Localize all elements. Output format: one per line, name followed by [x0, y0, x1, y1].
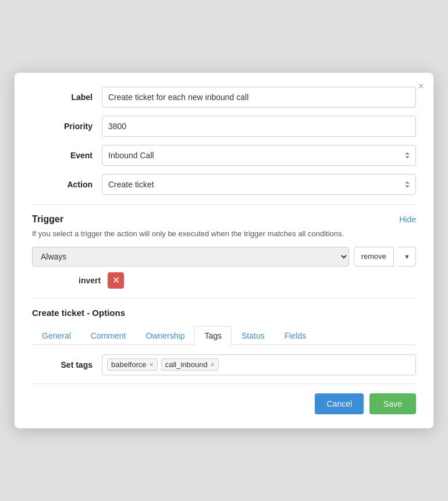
tag-babelforce-value: babelforce [111, 360, 147, 369]
save-button[interactable]: Save [369, 393, 416, 414]
event-field-label: Event [32, 151, 102, 160]
cancel-button[interactable]: Cancel [315, 393, 364, 414]
set-tags-label: Set tags [32, 360, 102, 369]
label-field-label: Label [32, 93, 102, 102]
close-button[interactable]: × [418, 81, 424, 91]
priority-input[interactable] [102, 116, 416, 137]
tabs-row: General Comment Ownership Tags Status Fi… [32, 326, 416, 345]
tab-comment[interactable]: Comment [81, 326, 136, 345]
trigger-header: Trigger Hide [32, 214, 416, 225]
remove-trigger-button[interactable]: remove [354, 247, 394, 267]
options-title: Create ticket - Options [32, 308, 416, 318]
tag-babelforce-remove[interactable]: × [150, 361, 154, 368]
divider-1 [32, 204, 416, 205]
tab-status[interactable]: Status [232, 326, 275, 345]
tags-input-container[interactable]: babelforce × call_inbound × [102, 354, 416, 375]
trigger-title: Trigger [32, 214, 63, 225]
label-input[interactable] [102, 87, 416, 108]
tab-fields[interactable]: Fields [275, 326, 316, 345]
action-field-label: Action [32, 180, 102, 189]
priority-row: Priority [32, 116, 416, 137]
event-row: Event Inbound Call Outbound Call Missed … [32, 145, 416, 166]
trigger-select[interactable]: Always Custom [32, 247, 349, 267]
action-row: Action Create ticket Update ticket Close… [32, 174, 416, 195]
trigger-description: If you select a trigger the action will … [32, 228, 416, 240]
divider-2 [32, 298, 416, 299]
tab-general[interactable]: General [32, 326, 81, 345]
remove-dropdown-button[interactable]: ▼ [399, 247, 416, 267]
modal-dialog: × Label Priority Event Inbound Call Outb… [15, 73, 433, 428]
action-select[interactable]: Create ticket Update ticket Close ticket [102, 174, 416, 195]
tag-babelforce: babelforce × [107, 358, 158, 371]
invert-label: invert [79, 276, 101, 285]
tags-row: Set tags babelforce × call_inbound × [32, 354, 416, 375]
trigger-control-row: Always Custom remove ▼ [32, 247, 416, 267]
label-row: Label [32, 87, 416, 108]
tag-call-inbound-remove[interactable]: × [211, 361, 215, 368]
tag-call-inbound-value: call_inbound [165, 360, 208, 369]
invert-x-button[interactable]: ✕ [108, 272, 124, 289]
tab-ownership[interactable]: Ownership [136, 326, 195, 345]
modal-footer: Cancel Save [32, 383, 416, 414]
invert-row: invert ✕ [32, 272, 416, 289]
trigger-section: Trigger Hide If you select a trigger the… [32, 214, 416, 289]
options-section: Create ticket - Options General Comment … [32, 308, 416, 375]
chevron-down-icon: ▼ [404, 253, 410, 260]
event-select[interactable]: Inbound Call Outbound Call Missed Call [102, 145, 416, 166]
tab-tags[interactable]: Tags [194, 326, 232, 345]
priority-field-label: Priority [32, 122, 102, 131]
x-icon: ✕ [112, 276, 120, 285]
hide-button[interactable]: Hide [399, 215, 416, 224]
tag-call-inbound: call_inbound × [161, 358, 219, 371]
